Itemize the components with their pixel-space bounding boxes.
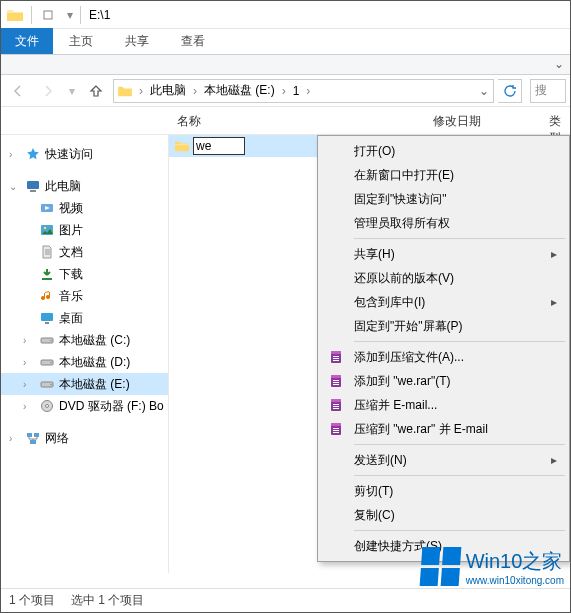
menu-item[interactable]: 管理员取得所有权 bbox=[320, 211, 567, 235]
svg-rect-22 bbox=[30, 440, 36, 444]
menu-item[interactable]: 在新窗口中打开(E) bbox=[320, 163, 567, 187]
menu-item[interactable]: 压缩到 "we.rar" 并 E-mail bbox=[320, 417, 567, 441]
rar-icon bbox=[328, 349, 344, 365]
ribbon-tabs: 文件 主页 共享 查看 bbox=[1, 29, 570, 55]
menu-item[interactable]: 打开(O) bbox=[320, 139, 567, 163]
svg-rect-30 bbox=[333, 380, 339, 381]
file-tab[interactable]: 文件 bbox=[1, 28, 53, 54]
nav-thispc[interactable]: ⌄ 此电脑 bbox=[1, 175, 168, 197]
nav-item[interactable]: ›本地磁盘 (C:) bbox=[1, 329, 168, 351]
menu-item[interactable]: 共享(H)▸ bbox=[320, 242, 567, 266]
submenu-arrow-icon: ▸ bbox=[551, 295, 557, 309]
expand-icon[interactable]: › bbox=[23, 379, 35, 390]
menu-item[interactable]: 还原以前的版本(V) bbox=[320, 266, 567, 290]
pc-icon bbox=[25, 178, 41, 194]
ribbon-expand-icon[interactable]: ⌄ bbox=[554, 57, 564, 71]
nav-quickaccess[interactable]: › 快速访问 bbox=[1, 143, 168, 165]
item-icon bbox=[39, 398, 55, 414]
item-icon bbox=[39, 288, 55, 304]
column-type[interactable]: 类型 bbox=[541, 107, 570, 134]
chevron-right-icon[interactable]: › bbox=[303, 84, 313, 98]
column-headers: 名称 修改日期 类型 bbox=[1, 107, 570, 135]
nav-item[interactable]: 视频 bbox=[1, 197, 168, 219]
nav-item[interactable]: ›DVD 驱动器 (F:) Bo bbox=[1, 395, 168, 417]
expand-icon[interactable]: › bbox=[23, 357, 35, 368]
svg-rect-24 bbox=[331, 351, 341, 354]
breadcrumb-seg-drive[interactable]: 本地磁盘 (E:) bbox=[200, 80, 279, 102]
svg-rect-42 bbox=[333, 432, 339, 433]
status-count: 1 个项目 bbox=[9, 592, 55, 609]
up-button[interactable] bbox=[83, 78, 109, 104]
forward-button bbox=[35, 78, 61, 104]
menu-separator bbox=[354, 475, 565, 476]
item-icon bbox=[39, 266, 55, 282]
nav-item[interactable]: 桌面 bbox=[1, 307, 168, 329]
breadcrumb-dropdown-icon[interactable]: ⌄ bbox=[475, 84, 493, 98]
watermark-url: www.win10xitong.com bbox=[466, 575, 564, 586]
menu-item[interactable]: 创建快捷方式(S) bbox=[320, 534, 567, 558]
tab-share[interactable]: 共享 bbox=[109, 28, 165, 54]
nav-network[interactable]: › 网络 bbox=[1, 427, 168, 449]
breadcrumb-seg-pc[interactable]: 此电脑 bbox=[146, 80, 190, 102]
rar-icon bbox=[328, 421, 344, 437]
expand-icon[interactable]: › bbox=[23, 335, 35, 346]
nav-item[interactable]: ›本地磁盘 (E:) bbox=[1, 373, 168, 395]
breadcrumb[interactable]: › 此电脑 › 本地磁盘 (E:) › 1 › ⌄ bbox=[113, 79, 494, 103]
search-input[interactable]: 搜 bbox=[530, 79, 566, 103]
svg-point-17 bbox=[50, 384, 52, 386]
svg-rect-2 bbox=[30, 190, 36, 192]
folder-icon bbox=[1, 1, 29, 29]
svg-rect-8 bbox=[45, 322, 49, 324]
chevron-right-icon[interactable]: › bbox=[136, 84, 146, 98]
chevron-right-icon[interactable]: › bbox=[190, 84, 200, 98]
expand-icon[interactable]: › bbox=[9, 149, 21, 160]
svg-rect-27 bbox=[333, 360, 339, 361]
menu-item[interactable]: 压缩并 E-mail... bbox=[320, 393, 567, 417]
chevron-right-icon[interactable]: › bbox=[279, 84, 289, 98]
column-name[interactable]: 名称 bbox=[169, 107, 425, 134]
back-button[interactable] bbox=[5, 78, 31, 104]
svg-rect-6 bbox=[42, 278, 52, 280]
item-icon bbox=[39, 354, 55, 370]
menu-item[interactable]: 发送到(N)▸ bbox=[320, 448, 567, 472]
title-bar: ▾ E:\1 bbox=[1, 1, 570, 29]
quickaccess-dropdown-icon[interactable] bbox=[34, 1, 62, 29]
rar-icon bbox=[328, 397, 344, 413]
menu-item[interactable]: 包含到库中(I)▸ bbox=[320, 290, 567, 314]
recent-dropdown-icon[interactable]: ▾ bbox=[65, 78, 79, 104]
tab-view[interactable]: 查看 bbox=[165, 28, 221, 54]
nav-item[interactable]: 图片 bbox=[1, 219, 168, 241]
navigation-pane: › 快速访问 ⌄ 此电脑 视频图片文档下载音乐桌面›本地磁盘 (C:)›本地磁盘… bbox=[1, 135, 169, 573]
folder-icon bbox=[169, 139, 189, 153]
refresh-button[interactable] bbox=[498, 79, 522, 103]
column-date[interactable]: 修改日期 bbox=[425, 107, 541, 134]
folder-icon bbox=[114, 85, 136, 97]
menu-item[interactable]: 剪切(T) bbox=[320, 479, 567, 503]
svg-rect-35 bbox=[333, 404, 339, 405]
collapse-icon[interactable]: ⌄ bbox=[9, 181, 21, 192]
menu-item[interactable]: 复制(C) bbox=[320, 503, 567, 527]
menu-item[interactable]: 添加到 "we.rar"(T) bbox=[320, 369, 567, 393]
rename-input[interactable] bbox=[193, 137, 245, 155]
svg-rect-26 bbox=[333, 358, 339, 359]
menu-item[interactable]: 添加到压缩文件(A)... bbox=[320, 345, 567, 369]
tab-home[interactable]: 主页 bbox=[53, 28, 109, 54]
svg-rect-32 bbox=[333, 384, 339, 385]
ribbon-body: ⌄ bbox=[1, 55, 570, 75]
svg-point-11 bbox=[50, 340, 52, 342]
breadcrumb-seg-folder[interactable]: 1 bbox=[289, 80, 304, 102]
menu-item[interactable]: 固定到"开始"屏幕(P) bbox=[320, 314, 567, 338]
item-icon bbox=[39, 310, 55, 326]
nav-item[interactable]: 音乐 bbox=[1, 285, 168, 307]
nav-item[interactable]: 下载 bbox=[1, 263, 168, 285]
expand-icon[interactable]: › bbox=[9, 433, 21, 444]
nav-item[interactable]: ›本地磁盘 (D:) bbox=[1, 351, 168, 373]
menu-separator bbox=[354, 238, 565, 239]
menu-item[interactable]: 固定到"快速访问" bbox=[320, 187, 567, 211]
address-bar: ▾ › 此电脑 › 本地磁盘 (E:) › 1 › ⌄ 搜 bbox=[1, 75, 570, 107]
expand-icon[interactable]: › bbox=[23, 401, 35, 412]
nav-item[interactable]: 文档 bbox=[1, 241, 168, 263]
chevron-down-icon[interactable]: ▾ bbox=[62, 1, 78, 29]
svg-rect-37 bbox=[333, 408, 339, 409]
svg-rect-25 bbox=[333, 356, 339, 357]
